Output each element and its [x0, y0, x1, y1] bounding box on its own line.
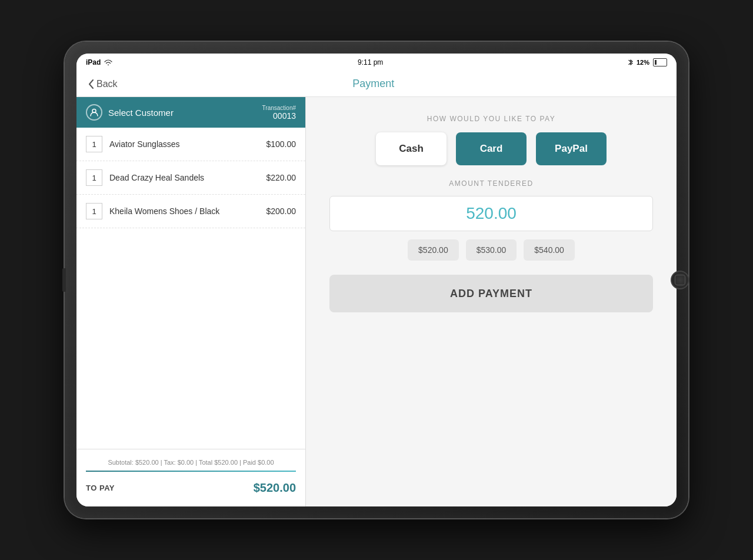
table-row[interactable]: 1 Dead Crazy Heal Sandels $220.00: [76, 161, 305, 195]
transaction-number: 00013: [262, 111, 296, 121]
items-list: 1 Aviator Sunglasses $100.00 1 Dead Craz…: [76, 128, 305, 449]
table-row[interactable]: 1 Kheila Womens Shoes / Black $200.00: [76, 195, 305, 228]
item-qty-2: 1: [86, 169, 102, 186]
to-pay-row: TO PAY $520.00: [86, 479, 296, 497]
wifi-icon: [104, 59, 112, 65]
pay-cash-button[interactable]: Cash: [376, 132, 447, 165]
amount-display: 520.00: [466, 204, 517, 222]
item-name-1: Aviator Sunglasses: [109, 139, 259, 149]
back-label: Back: [96, 79, 118, 89]
item-qty-1: 1: [86, 136, 102, 152]
amount-value: 520.00: [466, 204, 517, 223]
transaction-label: Transaction#: [262, 105, 296, 111]
to-pay-amount: $520.00: [254, 481, 296, 495]
pay-method-label: HOW WOULD YOU LIKE TO PAY: [329, 115, 653, 123]
ipad-shell: iPad 9:11 pm 12%: [65, 42, 688, 518]
item-qty-3: 1: [86, 203, 102, 219]
battery-percent: 12%: [637, 59, 649, 66]
quick-amount-2[interactable]: $530.00: [466, 239, 517, 261]
select-customer-label: Select Customer: [108, 108, 174, 118]
quick-amount-3[interactable]: $540.00: [524, 239, 575, 261]
add-payment-button[interactable]: ADD PAYMENT: [329, 275, 653, 312]
table-row[interactable]: 1 Aviator Sunglasses $100.00: [76, 128, 305, 161]
status-right: 12%: [628, 58, 667, 66]
left-footer: Subtotal: $520.00 | Tax: $0.00 | Total $…: [76, 449, 305, 506]
amount-tendered-label: AMOUNT TENDERED: [329, 179, 653, 188]
home-button[interactable]: [671, 271, 689, 289]
divider-line: [86, 471, 296, 472]
pay-paypal-button[interactable]: PayPal: [536, 132, 607, 165]
item-price-1: $100.00: [266, 139, 296, 149]
item-name-2: Dead Crazy Heal Sandels: [109, 173, 259, 182]
quick-amounts: $520.00 $530.00 $540.00: [329, 239, 653, 261]
side-button: [62, 268, 66, 292]
home-button-inner: [675, 275, 685, 285]
status-time: 9:11 pm: [358, 58, 383, 66]
customer-header[interactable]: Select Customer Transaction# 00013: [76, 97, 305, 128]
battery-icon: [653, 58, 667, 66]
nav-bar: Back Payment: [76, 71, 677, 97]
bluetooth-icon: [628, 58, 633, 66]
customer-icon: [86, 104, 102, 121]
left-panel: Select Customer Transaction# 00013 1 Avi…: [76, 97, 306, 506]
status-left: iPad: [86, 58, 112, 66]
pay-method-section: HOW WOULD YOU LIKE TO PAY Cash Card PayP…: [329, 115, 653, 165]
back-button[interactable]: Back: [88, 79, 118, 89]
item-price-2: $220.00: [266, 173, 296, 182]
payment-methods: Cash Card PayPal: [329, 132, 653, 165]
pay-card-button[interactable]: Card: [456, 132, 527, 165]
nav-title: Payment: [352, 78, 394, 90]
to-pay-label: TO PAY: [86, 484, 115, 492]
summary-text: Subtotal: $520.00 | Tax: $0.00 | Total $…: [86, 459, 296, 466]
amount-section: AMOUNT TENDERED 520.00 $520.00 $530.00 $…: [329, 179, 653, 261]
right-panel: HOW WOULD YOU LIKE TO PAY Cash Card PayP…: [306, 97, 677, 506]
item-price-3: $200.00: [266, 206, 296, 216]
ipad-screen: iPad 9:11 pm 12%: [76, 54, 677, 506]
customer-left: Select Customer: [86, 104, 174, 121]
quick-amount-1[interactable]: $520.00: [408, 239, 459, 261]
status-bar: iPad 9:11 pm 12%: [76, 54, 677, 71]
amount-input-box[interactable]: 520.00: [329, 196, 653, 231]
device-label: iPad: [86, 58, 101, 66]
transaction-info: Transaction# 00013: [262, 105, 296, 121]
main-content: Select Customer Transaction# 00013 1 Avi…: [76, 97, 677, 506]
item-name-3: Kheila Womens Shoes / Black: [109, 206, 259, 216]
